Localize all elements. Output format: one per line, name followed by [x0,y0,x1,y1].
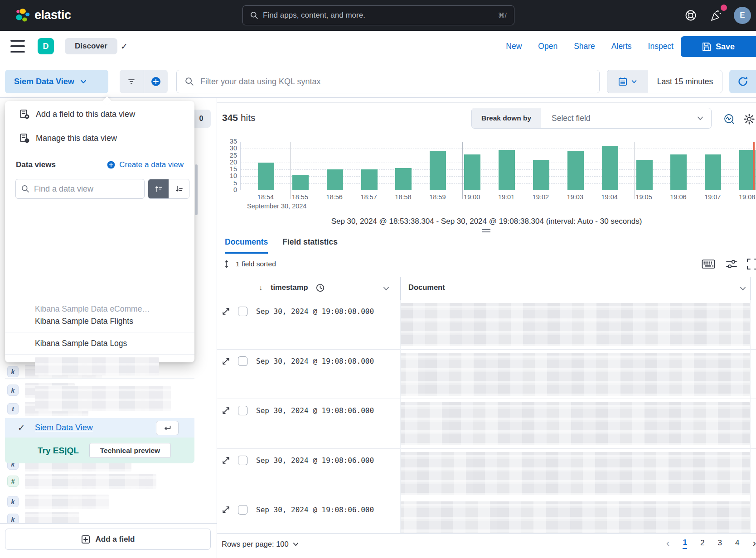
whats-new-icon[interactable] [710,9,722,22]
nav-link-inspect[interactable]: Inspect [648,42,674,51]
data-view-picker-button[interactable]: Siem Data View [5,70,108,93]
page-number-4[interactable]: 4 [735,539,739,548]
expand-row-icon[interactable] [222,407,230,414]
histogram-bar[interactable] [567,151,584,190]
sort-descending-arrow-icon[interactable]: ↓ [259,283,262,292]
return-key-icon [163,425,171,431]
data-view-item-selected[interactable]: ✓ Siem Data View [5,418,194,438]
display-options-icon[interactable] [726,258,737,270]
histogram-bar[interactable] [464,154,480,190]
table-row[interactable]: Sep 30, 2024 @ 19:08:06.000 [217,498,756,533]
add-filter-button[interactable] [144,70,168,93]
nav-link-share[interactable]: Share [574,42,595,51]
fullscreen-icon[interactable] [746,258,756,270]
timestamp-column-header[interactable]: timestamp [271,283,308,292]
time-range-button[interactable]: Last 15 minutes [648,70,722,93]
save-button[interactable]: Save [681,36,756,57]
histogram-bar[interactable] [430,151,446,190]
elastic-logo-icon[interactable] [15,8,30,23]
column-divider [750,399,751,449]
date-picker-button[interactable] [607,70,648,93]
create-data-view-link[interactable]: Create a data view [107,160,184,169]
x-tick-label: 19:03 [559,193,591,201]
data-view-item[interactable]: Kibana Sample Data Flights [5,310,194,332]
space-badge[interactable]: D [38,38,54,54]
sort-descending-button[interactable] [169,179,189,198]
menu-toggle-button[interactable] [10,40,25,53]
histogram-bar[interactable] [292,175,309,190]
document-column-header[interactable]: Document [408,283,445,292]
nav-link-new[interactable]: New [506,42,522,51]
field-list-item[interactable]: # [0,472,217,491]
add-field-to-data-view-option[interactable]: Add a field to this data view [5,102,194,126]
avatar[interactable]: E [734,7,751,24]
page-number-3[interactable]: 3 [718,539,722,548]
nav-link-open[interactable]: Open [538,42,557,51]
histogram-bar[interactable] [258,163,274,190]
row-checkbox[interactable] [238,505,247,515]
edit-visualization-icon[interactable] [723,113,735,125]
histogram-bar[interactable] [636,160,653,190]
histogram-bar[interactable] [670,154,687,190]
global-search-placeholder: Find apps, content, and more. [263,11,498,20]
nav-link-alerts[interactable]: Alerts [611,42,632,51]
data-view-item[interactable]: Kibana Sample Data Logs [5,332,194,354]
keyboard-icon[interactable] [702,258,715,270]
sort-fields-icon[interactable] [223,260,230,268]
page-number-2[interactable]: 2 [700,539,704,548]
histogram-bar[interactable] [327,169,343,190]
histogram-bar[interactable] [395,168,412,190]
data-view-item[interactable] [5,378,194,418]
popover-scrollbar[interactable] [195,164,198,215]
row-checkbox[interactable] [238,307,247,316]
return-key-button[interactable] [156,421,179,435]
expand-row-icon[interactable] [222,457,230,464]
expand-row-icon[interactable] [222,357,230,365]
data-view-item[interactable]: Kibana Sample Data eComme… [5,300,194,310]
row-checkbox[interactable] [238,456,247,465]
previous-page-button[interactable]: ‹ [666,539,669,548]
field-list-item[interactable]: k [0,493,217,511]
plus-square-icon [81,535,90,544]
add-field-button[interactable]: Add a field [5,529,211,550]
histogram-bar[interactable] [499,150,515,190]
histogram-bar[interactable] [602,146,618,190]
data-view-item[interactable] [5,354,194,378]
redacted-document-content [401,402,750,445]
page-number-1[interactable]: 1 [683,538,687,549]
histogram-bar[interactable] [533,160,549,190]
breakdown-control: Break down by Select field [471,108,712,129]
field-list-item[interactable]: k [0,510,217,523]
histogram-plot[interactable] [240,142,756,190]
row-checkbox[interactable] [238,356,247,366]
table-row[interactable]: Sep 30, 2024 @ 19:08:08.000 [217,300,756,350]
table-row[interactable]: Sep 30, 2024 @ 19:08:08.000 [217,350,756,399]
sorted-fields-label[interactable]: 1 field sorted [236,260,276,268]
tab-documents[interactable]: Documents [225,237,268,254]
table-row[interactable]: Sep 30, 2024 @ 19:08:06.000 [217,399,756,449]
expand-row-icon[interactable] [222,308,230,315]
find-data-view-input[interactable]: Find a data view [15,179,145,199]
column-actions-chevron-icon[interactable] [739,285,746,292]
column-actions-chevron-icon[interactable] [383,285,390,292]
try-esql-option[interactable]: Try ES|QL Technical preview [5,438,194,463]
panel-resize-handle[interactable] [482,229,490,232]
global-search-input[interactable]: Find apps, content, and more. ⌘/ [242,5,514,25]
manage-data-view-option[interactable]: Manage this data view [5,126,194,150]
breakdown-field-select[interactable]: Select field [541,108,711,128]
expand-row-icon[interactable] [222,506,230,514]
sort-ascending-button[interactable] [148,179,169,198]
refresh-button[interactable] [729,70,756,93]
filter-button[interactable] [120,70,144,93]
row-checkbox[interactable] [238,406,247,415]
histogram-bar[interactable] [361,169,378,190]
help-icon[interactable] [684,9,697,22]
tab-field-statistics[interactable]: Field statistics [282,237,338,254]
histogram-bar[interactable] [705,154,721,190]
rows-per-page-select[interactable]: Rows per page: 100 [222,540,299,548]
table-row[interactable]: Sep 30, 2024 @ 19:08:06.000 [217,449,756,499]
breadcrumb[interactable]: Discover [65,38,117,54]
kql-query-input[interactable]: Filter your data using KQL syntax [176,70,600,93]
chart-settings-gear-icon[interactable] [743,113,755,125]
next-page-button[interactable]: › [753,539,756,548]
